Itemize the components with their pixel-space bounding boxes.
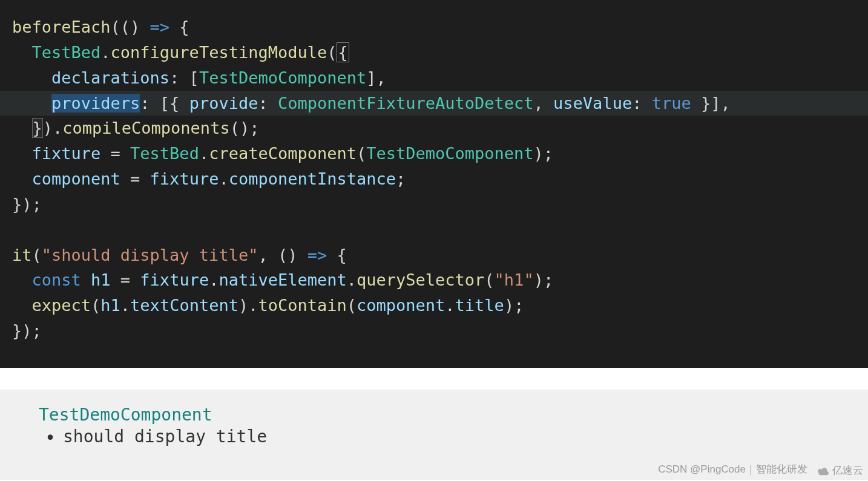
code-token: configureTestingModule — [111, 43, 327, 62]
code-line[interactable]: providers: [{ provide: ComponentFixtureA… — [0, 91, 868, 116]
code-token: , () — [258, 246, 307, 264]
code-token: h1 — [100, 296, 120, 315]
code-line[interactable]: declarations: [TestDemoComponent], — [12, 65, 856, 91]
code-token: ( — [484, 270, 494, 289]
code-token: . — [209, 270, 219, 289]
code-line[interactable]: }).compileComponents(); — [12, 116, 856, 141]
test-suite-name: TestDemoComponent — [39, 404, 856, 426]
code-line[interactable]: const h1 = fixture.nativeElement.querySe… — [12, 267, 856, 293]
code-token: ( — [91, 296, 100, 315]
code-token: ( — [357, 144, 366, 163]
code-token: nativeElement — [219, 270, 346, 289]
code-token: useValue — [553, 94, 632, 113]
code-token: }], — [691, 94, 731, 113]
code-token: component — [32, 169, 120, 188]
code-token: ). — [43, 119, 63, 137]
code-token: componentInstance — [229, 169, 396, 188]
code-token: fixture — [140, 270, 209, 289]
code-line[interactable]: beforeEach(() => { — [12, 15, 856, 40]
watermark-yisu-text: 亿速云 — [832, 464, 863, 477]
code-token: true — [652, 94, 691, 113]
test-case-item: should display title — [39, 426, 856, 448]
code-token: : [{ — [140, 94, 189, 113]
code-token: . — [219, 169, 228, 188]
code-token: ( — [32, 246, 42, 264]
code-token: declarations — [51, 68, 169, 87]
code-token: fixture — [150, 169, 219, 188]
code-token: }); — [12, 321, 42, 340]
code-token: ( — [327, 43, 337, 62]
code-token: ( — [347, 296, 357, 315]
code-token: ); — [534, 270, 554, 289]
code-token: expect — [32, 296, 91, 315]
watermark-yisu: 亿速云 — [817, 464, 863, 477]
code-token: beforeEach — [12, 18, 111, 36]
code-token: { — [327, 246, 347, 264]
code-token: => — [307, 246, 327, 264]
code-token: . — [199, 144, 209, 163]
cloud-icon — [817, 466, 830, 476]
test-results-pane: TestDemoComponent should display title C… — [0, 390, 868, 480]
code-token: ). — [238, 296, 258, 315]
code-token: TestDemoComponent — [366, 144, 533, 163]
code-token: = — [100, 144, 130, 163]
code-token: textContent — [130, 296, 238, 315]
code-token: querySelector — [357, 270, 484, 289]
code-token: . — [347, 270, 357, 289]
code-token: : — [632, 94, 652, 113]
code-token: ], — [366, 68, 386, 87]
code-token: . — [120, 296, 130, 315]
code-token: "h1" — [495, 270, 534, 289]
code-token: } — [32, 118, 43, 138]
separator-gap — [0, 368, 868, 390]
code-token: createComponent — [209, 144, 357, 163]
code-token: => — [150, 18, 170, 36]
code-token: ); — [504, 296, 524, 315]
code-editor-pane[interactable]: beforeEach(() => { TestBed.configureTest… — [0, 0, 868, 368]
code-token: , — [534, 94, 554, 113]
code-token: . — [100, 43, 110, 62]
code-token: compileComponents — [62, 119, 229, 137]
code-token: ComponentFixtureAutoDetect — [278, 94, 534, 113]
code-token: ; — [396, 169, 406, 188]
code-token: it — [12, 246, 32, 264]
code-line[interactable]: fixture = TestBed.createComponent(TestDe… — [12, 141, 856, 166]
code-token: : — [258, 94, 278, 113]
code-line[interactable]: }); — [12, 192, 856, 217]
code-token: = — [111, 270, 140, 289]
code-token: { — [169, 18, 189, 36]
code-token — [81, 270, 91, 289]
code-token: TestDemoComponent — [199, 68, 366, 87]
code-token: fixture — [32, 144, 101, 163]
code-token: title — [455, 296, 504, 315]
code-token: const — [32, 270, 81, 289]
code-token: providers — [51, 94, 140, 113]
code-token: (); — [230, 119, 260, 137]
code-token: { — [337, 42, 349, 62]
code-line[interactable] — [12, 217, 856, 243]
code-token: . — [445, 296, 455, 315]
code-token: component — [357, 296, 445, 315]
code-token: "should display title" — [42, 246, 258, 264]
code-line[interactable]: it("should display title", () => { — [12, 243, 856, 268]
code-token: TestBed — [32, 43, 101, 62]
code-line[interactable]: expect(h1.textContent).toContain(compone… — [12, 293, 856, 318]
code-token: }); — [12, 195, 42, 214]
code-line[interactable]: }); — [12, 318, 856, 344]
watermark-csdn: CSDN @PingCode｜智能化研发 — [658, 463, 807, 476]
code-token: toContain — [258, 296, 346, 315]
code-token: ); — [534, 144, 554, 163]
code-token: TestBed — [130, 144, 199, 163]
code-line[interactable]: TestBed.configureTestingModule({ — [12, 40, 856, 65]
code-token: h1 — [91, 270, 111, 289]
code-token: : [ — [169, 68, 199, 87]
code-token: = — [120, 169, 150, 188]
code-token: provide — [189, 94, 258, 113]
code-line[interactable]: component = fixture.componentInstance; — [12, 166, 856, 192]
code-token: (() — [111, 18, 150, 36]
